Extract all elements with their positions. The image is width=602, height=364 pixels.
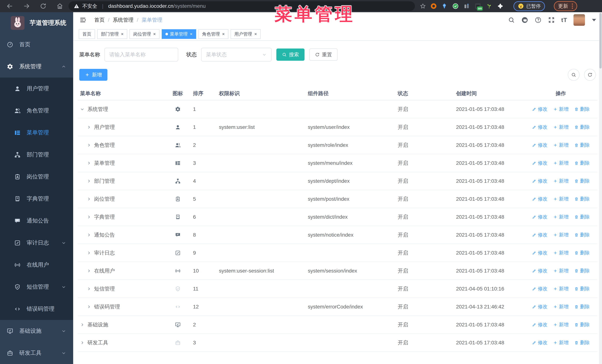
expand-row-icon[interactable] bbox=[87, 197, 91, 201]
row-edit-button[interactable]: 修改 bbox=[532, 196, 548, 202]
row-edit-button[interactable]: 修改 bbox=[532, 232, 548, 238]
row-edit-button[interactable]: 修改 bbox=[532, 250, 548, 256]
row-edit-button[interactable]: 修改 bbox=[532, 322, 548, 328]
fullscreen-icon[interactable] bbox=[548, 16, 555, 23]
row-delete-button[interactable]: 删除 bbox=[574, 196, 590, 202]
sidebar-item-error-code-mgmt[interactable]: 错误码管理 bbox=[0, 298, 73, 320]
back-icon[interactable] bbox=[6, 3, 13, 10]
row-delete-button[interactable]: 删除 bbox=[574, 214, 590, 220]
sidebar-item-post-mgmt[interactable]: 岗位管理 bbox=[0, 166, 73, 188]
sidebar-item-dept-mgmt[interactable]: 部门管理 bbox=[0, 144, 73, 166]
search-icon[interactable] bbox=[508, 16, 515, 23]
row-edit-button[interactable]: 修改 bbox=[532, 178, 548, 184]
tab-close-icon[interactable]: × bbox=[222, 32, 225, 36]
expand-row-icon[interactable] bbox=[87, 269, 91, 273]
collapse-row-icon[interactable] bbox=[80, 107, 85, 112]
browser-update-button[interactable]: 更新 bbox=[554, 1, 577, 11]
row-delete-button[interactable]: 删除 bbox=[574, 124, 590, 130]
row-edit-button[interactable]: 修改 bbox=[532, 285, 548, 292]
sidebar-item-menu-mgmt[interactable]: 菜单管理 bbox=[0, 122, 73, 144]
row-delete-button[interactable]: 删除 bbox=[574, 303, 590, 310]
menu-name-input[interactable] bbox=[105, 48, 178, 62]
expand-row-icon[interactable] bbox=[87, 287, 91, 291]
scrollbar-thumb[interactable] bbox=[599, 13, 602, 69]
expand-row-icon[interactable] bbox=[80, 341, 85, 345]
sidebar-item-system-mgmt[interactable]: 系统管理 bbox=[0, 56, 73, 78]
tab-close-icon[interactable]: × bbox=[254, 32, 257, 36]
tab-home[interactable]: 首页 bbox=[79, 29, 95, 39]
row-edit-button[interactable]: 修改 bbox=[532, 106, 548, 112]
sidebar-item-home[interactable]: 首页 bbox=[0, 33, 73, 56]
sidebar-item-dev-tools[interactable]: 研发工具 bbox=[0, 342, 73, 364]
tab-post[interactable]: 岗位管理× bbox=[129, 29, 160, 39]
sidebar-item-dict-mgmt[interactable]: 字典管理 bbox=[0, 188, 73, 210]
breadcrumb-home[interactable]: 首页 bbox=[94, 16, 105, 23]
row-delete-button[interactable]: 删除 bbox=[574, 268, 590, 274]
row-edit-button[interactable]: 修改 bbox=[532, 160, 548, 166]
row-edit-button[interactable]: 修改 bbox=[532, 268, 548, 274]
row-add-button[interactable]: 新增 bbox=[553, 214, 569, 220]
row-add-button[interactable]: 新增 bbox=[553, 303, 569, 310]
expand-row-icon[interactable] bbox=[87, 251, 91, 255]
sidebar-item-role-mgmt[interactable]: 角色管理 bbox=[0, 100, 73, 122]
row-delete-button[interactable]: 删除 bbox=[574, 339, 590, 346]
row-delete-button[interactable]: 删除 bbox=[574, 232, 590, 238]
row-delete-button[interactable]: 删除 bbox=[574, 250, 590, 256]
row-add-button[interactable]: 新增 bbox=[553, 339, 569, 346]
sidebar-item-notice[interactable]: 通知公告 bbox=[0, 210, 73, 232]
scrollbar[interactable] bbox=[599, 12, 602, 364]
row-add-button[interactable]: 新增 bbox=[553, 160, 569, 166]
row-delete-button[interactable]: 删除 bbox=[574, 285, 590, 292]
row-delete-button[interactable]: 删除 bbox=[574, 178, 590, 184]
row-add-button[interactable]: 新增 bbox=[553, 196, 569, 202]
row-add-button[interactable]: 新增 bbox=[553, 178, 569, 184]
row-edit-button[interactable]: 修改 bbox=[532, 303, 548, 310]
extension-check-icon[interactable] bbox=[452, 3, 459, 9]
tab-menu[interactable]: 菜单管理× bbox=[162, 29, 196, 39]
sidebar-item-audit-log[interactable]: 审计日志 bbox=[0, 232, 73, 254]
extension-orange-icon[interactable] bbox=[431, 3, 436, 9]
sidebar-item-infrastructure[interactable]: 基础设施 bbox=[0, 320, 73, 342]
row-add-button[interactable]: 新增 bbox=[553, 106, 569, 112]
tab-dept[interactable]: 部门管理× bbox=[97, 29, 127, 39]
warning-triangle-icon[interactable] bbox=[74, 3, 79, 9]
row-add-button[interactable]: 新增 bbox=[553, 142, 569, 148]
expand-row-icon[interactable] bbox=[80, 322, 85, 327]
extension-puzzle-icon[interactable] bbox=[497, 3, 504, 9]
row-delete-button[interactable]: 删除 bbox=[574, 322, 590, 328]
forward-icon[interactable] bbox=[23, 3, 30, 10]
reset-button[interactable]: 重置 bbox=[309, 49, 337, 61]
expand-row-icon[interactable] bbox=[87, 125, 91, 129]
app-logo[interactable]: 芋道管理系统 bbox=[0, 12, 73, 33]
add-button[interactable]: 新增 bbox=[79, 69, 108, 81]
sidebar-item-user-mgmt[interactable]: 用户管理 bbox=[0, 78, 73, 100]
url-bar[interactable]: 不安全 | dashboard.yudao.iocoder.cn/system/… bbox=[69, 1, 415, 11]
expand-row-icon[interactable] bbox=[87, 305, 91, 309]
row-edit-button[interactable]: 修改 bbox=[532, 214, 548, 220]
expand-row-icon[interactable] bbox=[87, 233, 91, 237]
row-add-button[interactable]: 新增 bbox=[553, 250, 569, 256]
expand-row-icon[interactable] bbox=[87, 179, 91, 183]
tab-close-icon[interactable]: × bbox=[190, 32, 193, 36]
tab-role[interactable]: 角色管理× bbox=[198, 29, 228, 39]
browser-home-icon[interactable] bbox=[56, 3, 63, 10]
breadcrumb-system[interactable]: 系统管理 bbox=[113, 16, 134, 23]
row-add-button[interactable]: 新增 bbox=[553, 124, 569, 130]
avatar-caret-icon[interactable] bbox=[592, 19, 596, 21]
tab-close-icon[interactable]: × bbox=[121, 32, 124, 36]
row-add-button[interactable]: 新增 bbox=[553, 322, 569, 328]
reload-icon[interactable] bbox=[40, 3, 47, 10]
tab-user[interactable]: 用户管理× bbox=[231, 29, 261, 39]
row-edit-button[interactable]: 修改 bbox=[532, 124, 548, 130]
row-add-button[interactable]: 新增 bbox=[553, 232, 569, 238]
expand-row-icon[interactable] bbox=[87, 215, 91, 219]
expand-row-icon[interactable] bbox=[87, 143, 91, 147]
collapse-sidebar-icon[interactable] bbox=[79, 16, 86, 24]
sidebar-item-sms-mgmt[interactable]: 短信管理 bbox=[0, 276, 73, 298]
extension-gem-icon[interactable] bbox=[441, 3, 448, 9]
kebab-menu-icon[interactable] bbox=[572, 3, 573, 9]
row-delete-button[interactable]: 删除 bbox=[574, 106, 590, 112]
status-select[interactable]: 菜单状态 bbox=[201, 48, 271, 62]
search-button[interactable]: 搜索 bbox=[276, 49, 304, 61]
expand-row-icon[interactable] bbox=[87, 161, 91, 165]
